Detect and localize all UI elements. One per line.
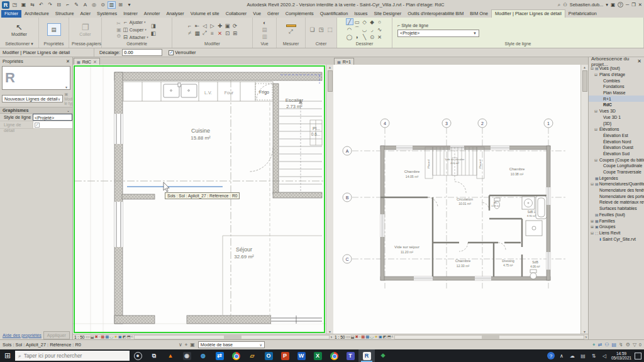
qat-customize-icon[interactable]: ▾ xyxy=(125,1,133,9)
ribbon-tab[interactable]: Site Designer xyxy=(370,10,404,18)
room-label[interactable]: WC xyxy=(494,201,498,204)
arc-tangent-icon[interactable]: ◡ xyxy=(361,26,369,33)
room-area[interactable]: 15.88 m² xyxy=(191,135,211,141)
vertical-scrollbar[interactable]: ▴▾ xyxy=(580,65,588,334)
override-graphics-icon[interactable]: ▤ xyxy=(261,26,269,33)
pick-lines-icon[interactable]: ╲ xyxy=(361,33,369,40)
editing-requests-icon[interactable]: ⚇ xyxy=(604,342,609,348)
lock-checkbox[interactable]: ✓Verrouiller xyxy=(169,50,196,55)
help-icon[interactable]: ? xyxy=(618,2,623,8)
browser-tree-item[interactable]: RdC xyxy=(589,102,644,108)
grid-label[interactable]: B xyxy=(346,195,349,200)
browser-tree-item[interactable]: Élévation Nord xyxy=(589,138,644,145)
line-style-value[interactable]: <Projeté> xyxy=(33,114,72,121)
ribbon-tab[interactable]: Collaborer xyxy=(223,10,250,18)
revit-logo-icon[interactable]: R xyxy=(2,1,9,9)
browser-tree-item[interactable]: Nomenclature des portes xyxy=(589,193,644,199)
shadows-icon[interactable]: ◡ xyxy=(370,334,374,339)
browser-tree-item[interactable]: Élévation Ouest xyxy=(589,145,644,151)
room-area[interactable]: 4.06 m² xyxy=(530,265,540,268)
taskbar-icon-vlc[interactable]: ▲ xyxy=(162,349,179,362)
wall-join-icon[interactable]: ◨ xyxy=(150,23,157,30)
trim-corner-icon[interactable]: ⊡ xyxy=(224,30,231,36)
room-area[interactable]: 0.93 m² xyxy=(492,205,501,207)
visual-style-icon[interactable]: ◩ xyxy=(123,334,126,339)
room-label[interactable]: Séjour xyxy=(236,246,252,253)
modify-button[interactable]: ↖Modifier xyxy=(11,23,27,36)
polygon-inscribed-icon[interactable]: ◇ xyxy=(361,18,369,25)
properties-icon[interactable]: ▤ xyxy=(47,23,61,36)
pick-point-icon[interactable]: ⊙ xyxy=(369,33,376,40)
browser-tree-item[interactable]: Relevé de matériaux revêtements xyxy=(589,199,644,206)
spline-tool-icon[interactable]: ∿ xyxy=(376,26,384,33)
ribbon-tab[interactable]: Analyser xyxy=(163,10,187,18)
align-icon[interactable]: ⌐ xyxy=(186,22,194,29)
section-icon[interactable]: ⊙ xyxy=(99,1,107,9)
trim-icon[interactable]: ⌐Ajuster▾ xyxy=(123,19,148,26)
ribbon-tab[interactable]: Structure xyxy=(52,10,77,18)
filter-icon[interactable]: ▽ xyxy=(633,342,636,348)
search-input[interactable] xyxy=(24,353,118,359)
grid-label[interactable]: C xyxy=(345,257,348,261)
ribbon-tab[interactable]: Fichier xyxy=(1,10,21,18)
room-area[interactable]: 2.73 m² xyxy=(286,104,303,109)
thin-lines-icon[interactable]: ▥ xyxy=(108,1,116,9)
ribbon-tab[interactable]: Vue xyxy=(250,10,264,18)
type-selector-preview[interactable]: R▾ xyxy=(2,66,70,90)
reveal-hidden-icon[interactable]: ▦ xyxy=(101,334,104,339)
grid-label[interactable]: 3 xyxy=(445,121,448,126)
vertical-scrollbar[interactable]: ▴▾ xyxy=(326,65,333,334)
worksharing-display-icon[interactable]: ▤ xyxy=(612,342,617,348)
room-area[interactable]: 0.6... xyxy=(311,132,321,136)
taskbar-clock[interactable]: 14:5905/03/2021 xyxy=(611,351,631,360)
grid-label[interactable]: 1 xyxy=(547,121,550,126)
browser-tree-item[interactable]: Surfaces habitables xyxy=(589,206,644,212)
browser-tree-item[interactable]: ⊟ Vues 3D xyxy=(589,108,644,114)
room-area[interactable]: 32.69 m² xyxy=(234,254,254,260)
browser-tree-item[interactable]: Fondations xyxy=(589,84,644,90)
browser-tree-item[interactable]: ⊟ ▤ Nomenclatures/Quantités xyxy=(589,181,644,187)
grid-label[interactable]: 2 xyxy=(481,121,484,126)
offset-icon[interactable]: ⇤ xyxy=(194,22,201,29)
constraints-icon[interactable]: ⬒ xyxy=(127,334,131,339)
temporary-hide-icon[interactable]: ▫ xyxy=(99,334,100,339)
scale-icon[interactable]: ▭ xyxy=(86,334,90,339)
arc-start-end-icon[interactable]: ◠ xyxy=(346,26,353,33)
undo-icon[interactable]: ↶ xyxy=(37,1,45,9)
copy-icon[interactable]: ▣ xyxy=(224,22,231,29)
browser-tree-item[interactable]: ▦ Légendes xyxy=(589,175,644,181)
scale-icon[interactable]: ▭ xyxy=(347,334,350,339)
design-option-select[interactable]: Modèle de base∨ xyxy=(198,341,265,348)
close-properties-icon[interactable]: ✕ xyxy=(66,58,70,64)
taskbar-icon-explorer[interactable]: ▱ xyxy=(244,349,260,362)
sync-status-icon[interactable]: ⇄ xyxy=(598,342,602,348)
rotate-icon[interactable]: ⟳ xyxy=(231,22,239,29)
text-icon[interactable]: A xyxy=(81,1,89,9)
volume-icon[interactable]: ◁ xyxy=(601,352,608,359)
browser-tree-item[interactable]: ⊟ Élévations xyxy=(589,126,644,133)
paste-button[interactable]: ❐Coller xyxy=(79,23,91,36)
minimize-button[interactable]: ─ xyxy=(626,2,629,8)
room-label[interactable]: Chambre xyxy=(404,170,420,173)
room-label[interactable]: Chambre xyxy=(455,259,471,263)
browser-tree-item[interactable]: Élévation Sud xyxy=(589,151,644,157)
room-label[interactable]: SdB xyxy=(532,260,538,264)
browser-tree-item[interactable]: Plan Masse xyxy=(589,90,644,96)
collaborate-icon[interactable]: ⌖ xyxy=(592,342,596,348)
taskbar-icon-task-view[interactable]: ⧉ xyxy=(146,349,162,362)
apply-button[interactable]: Appliquer xyxy=(43,331,70,339)
room-label[interactable]: Placard xyxy=(427,160,430,168)
scroll-right-arrow[interactable]: › xyxy=(331,335,332,339)
ribbon-tab[interactable]: Insérer xyxy=(120,10,141,18)
ribbon-tab[interactable]: Gérer xyxy=(264,10,282,18)
browser-tree-item[interactable]: Nomenclature des fenêtres xyxy=(589,187,644,194)
print-icon[interactable]: ⊟ xyxy=(55,1,63,9)
measure-icon[interactable]: ⌐ xyxy=(64,1,72,9)
redo-icon[interactable]: ↷ xyxy=(46,1,54,9)
type-selector-dropdown[interactable]: Nouveaux Lignes de détail∨ xyxy=(2,95,63,102)
room-label[interactable]: Chambre xyxy=(509,167,525,171)
hidden-icons-chevron[interactable]: ∧ xyxy=(558,352,565,359)
tag-icon[interactable]: ✎ xyxy=(72,1,80,9)
horizontal-scrollbar[interactable] xyxy=(134,335,330,339)
crop-view-icon[interactable]: ⬓ xyxy=(351,334,355,339)
